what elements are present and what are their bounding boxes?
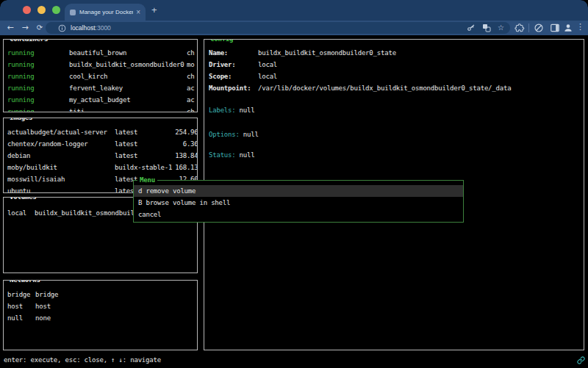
- extensions-puzzle-icon[interactable]: [514, 23, 525, 33]
- url-text[interactable]: localhost:3000: [71, 24, 111, 32]
- container-image: ac: [187, 82, 194, 94]
- container-name: buildx_buildkit_osmondbuilder0: [69, 61, 184, 68]
- networks-panel-title: Networks: [7, 280, 43, 284]
- window-close-button[interactable]: [23, 6, 31, 14]
- container-row[interactable]: runningtitich: [7, 106, 197, 112]
- password-key-icon[interactable]: [467, 24, 476, 32]
- container-status: running: [7, 47, 69, 59]
- network-name: host: [7, 300, 35, 312]
- container-status: running: [7, 94, 69, 106]
- window-minimize-button[interactable]: [37, 6, 46, 14]
- container-name: beautiful_brown: [69, 49, 126, 57]
- volume-name: buildx_buildkit_osmondbuild: [35, 209, 138, 217]
- tab-title: Manage your Docker fleet w: [79, 9, 133, 15]
- menu-item-remove-volume[interactable]: d remove volume: [134, 185, 463, 197]
- image-size: 138.84MB: [163, 150, 198, 162]
- container-status: running: [7, 71, 69, 82]
- container-name: my_actual_budget: [69, 96, 131, 104]
- config-field-status: Status:null: [209, 149, 581, 161]
- image-size: 6.36MB: [163, 138, 198, 150]
- image-row[interactable]: debianlatest138.84MB: [7, 150, 197, 162]
- toolbar-divider: [528, 24, 529, 32]
- config-value: /var/lib/docker/volumes/buildx_buildkit_…: [258, 84, 511, 92]
- image-name: chentex/random-logger: [7, 140, 88, 148]
- image-row[interactable]: chentex/random-loggerlatest6.36MB: [7, 138, 197, 150]
- networks-panel: Networks bridgebridge hosthost nullnone: [3, 280, 198, 350]
- container-name: fervent_leakey: [69, 84, 123, 92]
- menu-item-browse-volume[interactable]: B browse volume in shell: [134, 197, 463, 209]
- container-name: titi: [69, 108, 85, 112]
- containers-panel-title: Containers: [7, 39, 50, 43]
- config-field-labels: Labels:null: [209, 104, 581, 116]
- image-name: moby/buildkit: [7, 164, 57, 171]
- browser-toolbar: ← → ⟳ localhost:3000 ☆: [0, 21, 588, 35]
- network-row[interactable]: nullnone: [7, 312, 197, 324]
- translate-icon[interactable]: [482, 24, 491, 32]
- config-value: null: [243, 131, 259, 138]
- image-tag: latest: [115, 150, 137, 162]
- container-image: ch: [187, 47, 194, 59]
- volumes-panel-title: Volumes: [7, 197, 39, 201]
- keyboard-hints-bar: enter: execute, esc: close, ↑ ↓: navigat…: [4, 354, 161, 366]
- image-row[interactable]: actualbudget/actual-serverlatest254.96MB: [7, 126, 197, 138]
- network-driver: none: [35, 314, 51, 322]
- config-field-mountpoint: Mountpoint:/var/lib/docker/volumes/build…: [209, 82, 581, 94]
- config-field-name: Name:buildx_buildkit_osmondbuilder0_stat…: [209, 47, 581, 59]
- container-row[interactable]: runningfervent_leakeyac: [7, 82, 197, 94]
- config-field-scope: Scope:local: [209, 71, 581, 82]
- image-row[interactable]: moby/buildkitbuildx-stable-1168.13MB: [7, 162, 197, 173]
- network-driver: host: [35, 303, 51, 310]
- network-row[interactable]: hosthost: [7, 300, 197, 312]
- image-name: debian: [7, 152, 30, 159]
- container-status: running: [7, 59, 69, 71]
- browser-window: Manage your Docker fleet w × + ← → ⟳ loc…: [0, 0, 588, 368]
- image-name: ubuntu: [7, 187, 30, 193]
- tab-close-icon[interactable]: ×: [136, 9, 140, 16]
- network-name: bridge: [7, 289, 35, 300]
- container-row[interactable]: runningcool_kirchch: [7, 71, 197, 82]
- config-value: local: [258, 73, 277, 80]
- container-status: running: [7, 106, 69, 112]
- container-image: ch: [187, 106, 194, 112]
- config-value: buildx_buildkit_osmondbuilder0_state: [258, 49, 396, 57]
- images-panel-title: Images: [7, 118, 35, 121]
- container-name: cool_kirch: [69, 73, 107, 80]
- address-bar[interactable]: localhost:3000 ☆: [46, 22, 510, 34]
- image-size: 168.13MB: [163, 162, 198, 173]
- container-status: running: [7, 82, 69, 94]
- config-panel-title: Config: [208, 39, 235, 43]
- back-icon[interactable]: ←: [4, 22, 16, 34]
- container-row[interactable]: runningbeautiful_brownch: [7, 47, 197, 59]
- browser-tab[interactable]: Manage your Docker fleet w ×: [65, 4, 146, 21]
- extension-icon[interactable]: [534, 23, 544, 33]
- config-value: null: [240, 151, 255, 159]
- image-tag: latest: [115, 126, 137, 138]
- new-tab-button[interactable]: +: [151, 5, 157, 15]
- forward-icon[interactable]: →: [19, 22, 31, 34]
- volume-action-menu: Menu d remove volume B browse volume in …: [133, 180, 464, 223]
- volume-driver: local: [7, 207, 35, 219]
- chrome-menu-icon[interactable]: ⋮: [576, 22, 584, 32]
- container-row[interactable]: runningmy_actual_budgetac: [7, 94, 197, 106]
- titlebar: Manage your Docker fleet w × +: [0, 0, 588, 21]
- isaiah-docker-tui: Containers runningbeautiful_brownch runn…: [0, 35, 588, 368]
- config-field-driver: Driver:local: [209, 59, 581, 71]
- site-info-icon[interactable]: [58, 24, 66, 32]
- network-name: null: [7, 312, 35, 324]
- container-image: mo: [187, 59, 194, 71]
- container-row[interactable]: runningbuildx_buildkit_osmondbuilder0mo: [7, 59, 197, 71]
- menu-item-cancel[interactable]: cancel: [134, 209, 463, 220]
- config-field-options: Options:null: [209, 129, 581, 140]
- connection-link-icon: [577, 356, 585, 364]
- window-zoom-button[interactable]: [52, 6, 60, 14]
- side-panel-icon[interactable]: [550, 23, 560, 33]
- profile-avatar-icon[interactable]: [563, 23, 573, 33]
- containers-panel: Containers runningbeautiful_brownch runn…: [3, 39, 198, 112]
- bookmark-star-icon[interactable]: ☆: [498, 24, 504, 32]
- image-name: actualbudget/actual-server: [7, 129, 107, 136]
- reload-icon[interactable]: ⟳: [34, 22, 46, 34]
- image-name: mosswill/isaiah: [7, 176, 65, 183]
- menu-title: Menu: [137, 176, 157, 184]
- network-row[interactable]: bridgebridge: [7, 289, 197, 300]
- container-image: ac: [187, 94, 194, 106]
